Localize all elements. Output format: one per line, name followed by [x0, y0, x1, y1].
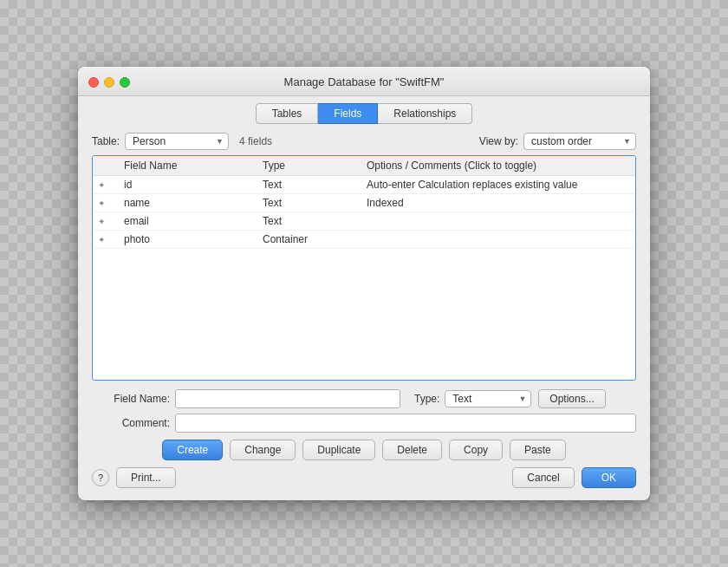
- fields-table-header: Field Name Type Options / Comments (Clic…: [93, 156, 635, 176]
- col-type: Type: [263, 160, 367, 172]
- duplicate-button[interactable]: Duplicate: [302, 440, 375, 460]
- view-by-select[interactable]: custom order: [523, 133, 636, 150]
- drag-handle-icon: ✦: [98, 235, 124, 244]
- field-options-name: Indexed: [367, 197, 630, 209]
- tab-relationships[interactable]: Relationships: [378, 103, 472, 124]
- type-select[interactable]: Text Number Date Time Timestamp Containe…: [445, 390, 531, 407]
- table-row[interactable]: ✦ name Text Indexed: [93, 194, 635, 212]
- table-select-wrapper: Person: [125, 133, 229, 150]
- field-name-name: name: [124, 197, 263, 209]
- change-button[interactable]: Change: [230, 440, 296, 460]
- comment-row: Comment:: [92, 414, 636, 433]
- window-title: Manage Database for "SwiftFM": [284, 75, 445, 88]
- comment-input[interactable]: [175, 414, 636, 433]
- table-select[interactable]: Person: [125, 133, 229, 150]
- ok-button[interactable]: OK: [582, 467, 636, 488]
- tab-bar: Tables Fields Relationships: [78, 96, 650, 124]
- print-button[interactable]: Print...: [116, 467, 176, 488]
- drag-handle-icon: ✦: [98, 180, 124, 190]
- fields-table: Field Name Type Options / Comments (Clic…: [92, 155, 636, 381]
- type-select-wrapper: Text Number Date Time Timestamp Containe…: [445, 390, 531, 407]
- field-name-email: email: [124, 215, 263, 227]
- field-type-id: Text: [263, 179, 367, 191]
- field-options-id: Auto-enter Calculation replaces existing…: [367, 179, 630, 191]
- field-count: 4 fields: [239, 135, 479, 147]
- table-row[interactable]: ✦ id Text Auto-enter Calculation replace…: [93, 176, 635, 194]
- table-row[interactable]: ✦ email Text: [93, 212, 635, 231]
- field-name-input[interactable]: [175, 389, 400, 408]
- help-button[interactable]: ?: [92, 469, 109, 486]
- action-buttons: Create Change Duplicate Delete Copy Past…: [92, 440, 636, 460]
- table-label: Table:: [92, 135, 120, 147]
- bottom-form: Field Name: Type: Text Number Date Time …: [92, 389, 636, 433]
- col-options: Options / Comments (Click to toggle): [367, 160, 630, 172]
- traffic-lights: [88, 77, 130, 88]
- field-name-photo: photo: [124, 233, 263, 245]
- footer-right: Cancel OK: [512, 467, 636, 488]
- comment-label: Comment:: [92, 417, 170, 429]
- drag-handle-icon: ✦: [98, 217, 124, 226]
- drag-handle-icon: ✦: [98, 199, 124, 208]
- close-button[interactable]: [88, 77, 99, 88]
- title-bar: Manage Database for "SwiftFM": [78, 67, 650, 96]
- maximize-button[interactable]: [120, 77, 130, 88]
- create-button[interactable]: Create: [162, 440, 223, 460]
- view-by-label: View by:: [479, 135, 518, 147]
- col-field-name: Field Name: [124, 160, 263, 172]
- table-row[interactable]: ✦ photo Container: [93, 231, 635, 249]
- field-type-photo: Container: [263, 233, 367, 245]
- field-name-row: Field Name: Type: Text Number Date Time …: [92, 389, 636, 408]
- field-type-email: Text: [263, 215, 367, 227]
- copy-button[interactable]: Copy: [449, 440, 503, 460]
- col-drag: [98, 160, 124, 172]
- tab-fields[interactable]: Fields: [318, 103, 378, 124]
- fields-body: ✦ id Text Auto-enter Calculation replace…: [93, 176, 635, 367]
- delete-button[interactable]: Delete: [382, 440, 442, 460]
- minimize-button[interactable]: [104, 77, 114, 88]
- field-type-name: Text: [263, 197, 367, 209]
- tab-tables[interactable]: Tables: [256, 103, 319, 124]
- field-name-label: Field Name:: [92, 393, 170, 405]
- paste-button[interactable]: Paste: [510, 440, 566, 460]
- options-button[interactable]: Options...: [538, 389, 605, 408]
- main-content: Table: Person 4 fields View by: custom o…: [78, 124, 650, 500]
- type-label: Type:: [414, 393, 439, 405]
- manage-database-window: Manage Database for "SwiftFM" Tables Fie…: [78, 67, 650, 500]
- toolbar-row: Table: Person 4 fields View by: custom o…: [92, 133, 636, 150]
- cancel-button[interactable]: Cancel: [512, 467, 574, 488]
- view-by-select-wrapper: custom order: [523, 133, 636, 150]
- footer-row: ? Print... Cancel OK: [92, 467, 636, 488]
- field-name-id: id: [124, 179, 263, 191]
